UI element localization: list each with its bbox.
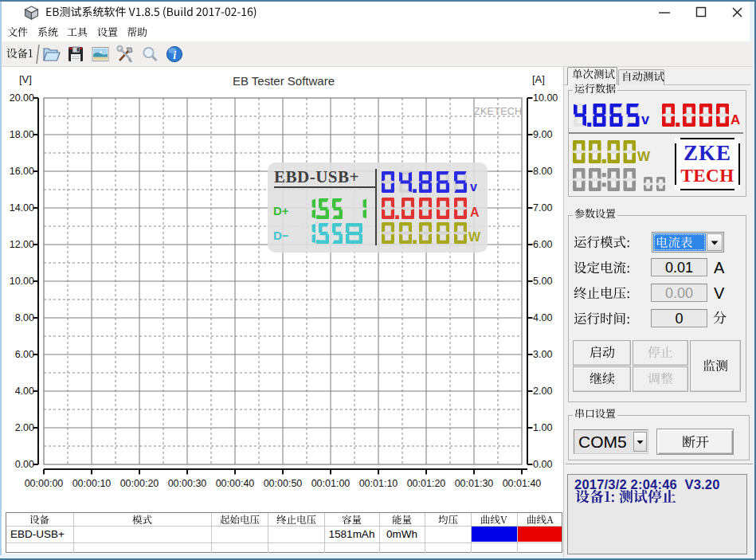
- svg-text:i: i: [173, 49, 176, 61]
